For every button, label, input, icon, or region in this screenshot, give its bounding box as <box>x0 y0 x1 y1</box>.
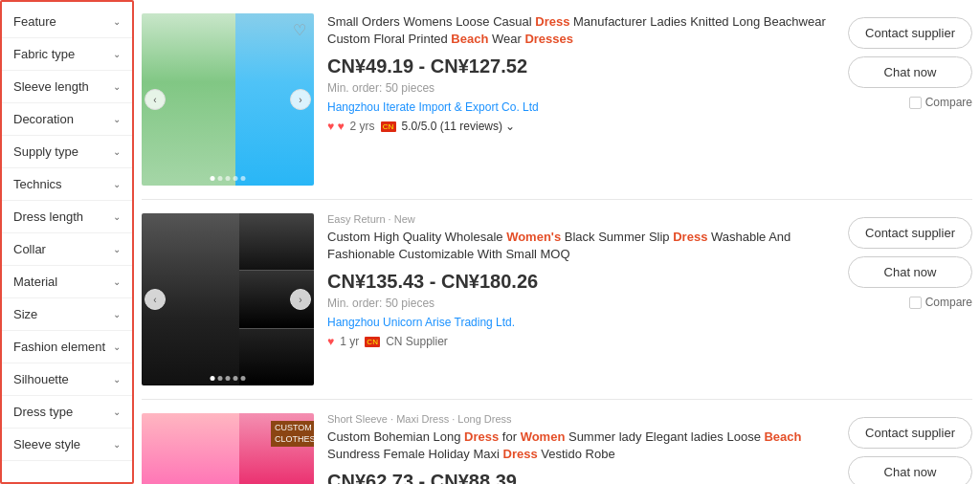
title-bold-5: Dress <box>673 230 707 244</box>
easy-return-badge: Easy Return <box>327 213 386 225</box>
chevron-icon-size: ⌄ <box>113 309 121 319</box>
supplier-label-2: CN Supplier <box>386 335 448 348</box>
sidebar-item-technics[interactable]: Technics⌄ <box>2 168 132 201</box>
product-info-3: Short Sleeve · Maxi Dress · Long Dress C… <box>323 413 834 484</box>
compare-checkbox-2[interactable] <box>909 297 922 309</box>
contact-supplier-btn-3[interactable]: Contact supplier <box>848 417 972 449</box>
sidebar-item-label-dress-type: Dress type <box>13 405 73 419</box>
compare-label-2: Compare <box>925 296 972 309</box>
sidebar-item-fashion-element[interactable]: Fashion element⌄ <box>2 331 132 363</box>
title-plain-3: Custom Bohemian Long <box>327 429 464 444</box>
product-card-1: ‹ ♡ › Small Orders Womens Loose Casual D… <box>142 0 972 200</box>
title-end-4: Sundress Female Holiday Maxi <box>327 447 503 461</box>
sidebar-item-label-feature: Feature <box>13 14 56 29</box>
chevron-icon-feature: ⌄ <box>113 16 121 27</box>
sidebar-item-label-technics: Technics <box>13 177 62 191</box>
chat-now-btn-1[interactable]: Chat now <box>848 56 972 88</box>
title-bold-4: Women's <box>506 230 561 244</box>
supplier-link-2[interactable]: Hangzhou Unicorn Arise Trading Ltd. <box>327 316 834 329</box>
supplier-meta-2: ♥ 1 yr CN CN Supplier <box>327 335 834 348</box>
title-plain-1: Small Orders Womens Loose Casual <box>327 14 535 29</box>
action-col-3: Contact supplier Chat now <box>843 413 972 484</box>
chevron-icon-fabric-type: ⌄ <box>113 49 121 59</box>
chevron-icon-material: ⌄ <box>113 276 121 287</box>
min-order-1: Min. order: 50 pieces <box>327 81 834 95</box>
sidebar-item-label-sleeve-length: Sleeve length <box>13 79 89 94</box>
title-end-1: Wear <box>488 32 524 46</box>
sidebar-item-label-supply-type: Supply type <box>13 144 78 159</box>
chevron-icon-silhouette: ⌄ <box>113 374 121 385</box>
sidebar-item-sleeve-style[interactable]: Sleeve style⌄ <box>2 429 132 461</box>
product-info-1: Small Orders Womens Loose Casual Dress M… <box>323 13 834 133</box>
sidebar-item-label-fabric-type: Fabric type <box>13 47 75 61</box>
sidebar-item-label-silhouette: Silhouette <box>13 372 69 386</box>
cn-flag-1: CN <box>381 121 396 132</box>
contact-supplier-btn-2[interactable]: Contact supplier <box>848 217 972 249</box>
product-title-1: Small Orders Womens Loose Casual Dress M… <box>327 13 834 48</box>
cn-flag-2: CN <box>365 337 380 347</box>
supplier-link-1[interactable]: Hangzhou Iterate Import & Export Co. Ltd <box>327 100 834 114</box>
compare-row-2: Compare <box>909 296 972 309</box>
sidebar-item-fabric-type[interactable]: Fabric type⌄ <box>2 38 132 71</box>
long-dress-badge: Long Dress <box>457 413 511 425</box>
title-bold-9: Dress <box>503 447 538 461</box>
rating-text-1: 5.0/5.0 (11 reviews) <box>402 120 502 133</box>
chevron-icon-technics: ⌄ <box>113 179 121 189</box>
compare-row-1: Compare <box>909 96 972 109</box>
sidebar-item-label-collar: Collar <box>13 242 46 256</box>
compare-checkbox-1[interactable] <box>909 97 922 109</box>
supplier-years-2: 1 yr <box>340 335 359 348</box>
product-badge-3: Short Sleeve · Maxi Dress · Long Dress <box>327 413 834 425</box>
new-badge: New <box>394 213 415 225</box>
product-badge-2: Easy Return · New <box>327 213 834 225</box>
next-image-btn-1[interactable]: › <box>290 89 311 110</box>
title-end-5: Vestido Robe <box>538 447 615 461</box>
sidebar-item-label-decoration: Decoration <box>13 112 74 126</box>
chat-now-btn-2[interactable]: Chat now <box>848 256 972 288</box>
sidebar-item-dress-type[interactable]: Dress type⌄ <box>2 396 132 429</box>
maxi-dress-badge: Maxi Dress <box>396 413 449 425</box>
sidebar-item-label-material: Material <box>13 275 57 289</box>
sidebar-item-size[interactable]: Size⌄ <box>2 298 132 331</box>
title-bold-7: Women <box>521 429 566 444</box>
sidebar-item-dress-length[interactable]: Dress length⌄ <box>2 201 132 233</box>
next-image-btn-2[interactable]: › <box>290 289 311 310</box>
supplier-meta-1: ♥ ♥ 2 yrs CN 5.0/5.0 (11 reviews) ⌄ <box>327 120 834 133</box>
sidebar-item-collar[interactable]: Collar⌄ <box>2 233 132 266</box>
sidebar-item-label-dress-length: Dress length <box>13 209 83 224</box>
custom-label-3: CUSTOMCLOTHES <box>271 421 314 447</box>
sidebar-item-material[interactable]: Material⌄ <box>2 266 132 298</box>
action-col-1: Contact supplier Chat now Compare <box>843 13 972 109</box>
title-bold-1: Dress <box>535 14 569 29</box>
product-card-2: ‹ › Easy Return · New Custom High Qualit… <box>142 200 972 400</box>
product-price-1: CN¥49.19 - CN¥127.52 <box>327 55 834 77</box>
sidebar: Feature⌄Fabric type⌄Sleeve length⌄Decora… <box>0 0 134 484</box>
product-card-3: CUSTOMCLOTHES ‹ › Short Sleeve · Maxi Dr… <box>142 400 972 484</box>
chevron-icon-supply-type: ⌄ <box>113 146 121 157</box>
sidebar-item-feature[interactable]: Feature⌄ <box>2 6 132 38</box>
product-image-3: CUSTOMCLOTHES ‹ › <box>142 413 314 484</box>
prev-image-btn-1[interactable]: ‹ <box>145 89 166 110</box>
title-mid-2: Black Summer Slip <box>561 230 673 244</box>
chevron-icon-collar: ⌄ <box>113 244 121 254</box>
chat-now-btn-3[interactable]: Chat now <box>848 456 972 484</box>
sidebar-item-decoration[interactable]: Decoration⌄ <box>2 103 132 136</box>
action-col-2: Contact supplier Chat now Compare <box>843 213 972 309</box>
chevron-icon-dress-length: ⌄ <box>113 211 121 222</box>
sidebar-item-silhouette[interactable]: Silhouette⌄ <box>2 363 132 396</box>
sidebar-item-sleeve-length[interactable]: Sleeve length⌄ <box>2 71 132 103</box>
short-sleeve-badge: Short Sleeve <box>327 413 388 425</box>
prev-image-btn-2[interactable]: ‹ <box>145 289 166 310</box>
sidebar-item-supply-type[interactable]: Supply type⌄ <box>2 136 132 168</box>
title-bold-3: Dresses <box>524 32 573 46</box>
title-end-3: Summer lady Elegant ladies Loose <box>565 429 764 444</box>
product-title-2: Custom High Quality Wholesale Women's Bl… <box>327 229 834 263</box>
title-bold-6: Dress <box>464 429 499 444</box>
contact-supplier-btn-1[interactable]: Contact supplier <box>848 17 972 49</box>
min-order-2: Min. order: 50 pieces <box>327 297 834 310</box>
compare-label-1: Compare <box>925 96 972 109</box>
product-info-2: Easy Return · New Custom High Quality Wh… <box>323 213 834 348</box>
supplier-rating-1: 5.0/5.0 (11 reviews) ⌄ <box>402 120 516 133</box>
wishlist-btn-1[interactable]: ♡ <box>293 21 306 39</box>
chevron-icon-dress-type: ⌄ <box>113 407 121 417</box>
